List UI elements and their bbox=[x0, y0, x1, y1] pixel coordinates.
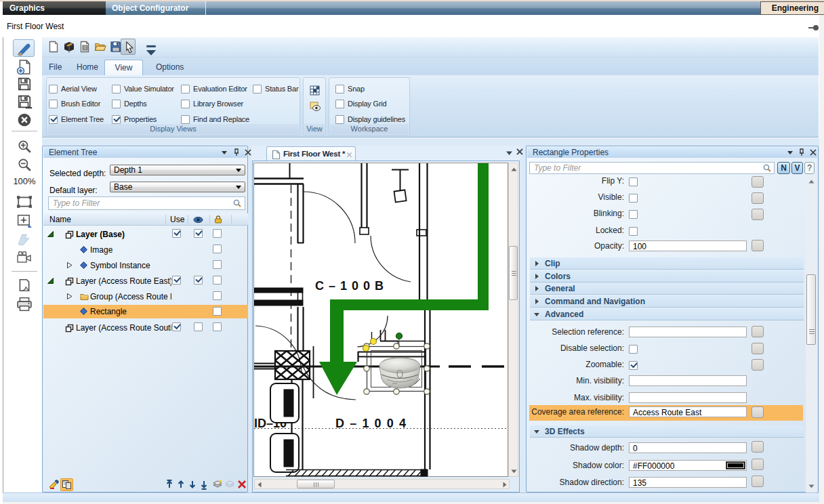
svg-text:C–100B: C–100B bbox=[315, 279, 384, 293]
